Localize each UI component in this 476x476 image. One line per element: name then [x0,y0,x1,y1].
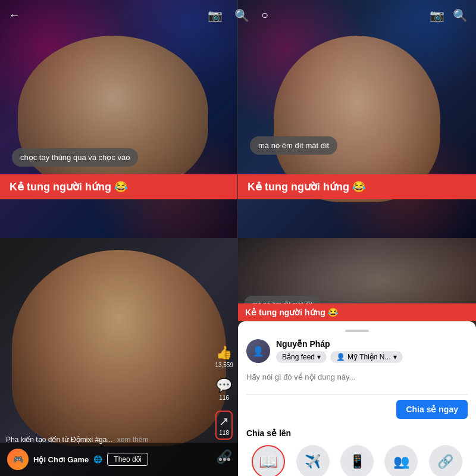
caption-left: chọc tay thùng qua và chọc vào [12,148,138,167]
bottom-section: 👍 13,559 💬 116 ↗ 118 🔗 🎮 Hội Chơi Game 🌐… [0,238,476,476]
feed-dropdown[interactable]: Bảng feed ▾ [276,351,327,363]
share-option-news-feed[interactable]: 📖 Tin của bạn [246,445,290,476]
share-option-group[interactable]: 👥 Nhóm [379,445,423,476]
top-section: chọc tay thùng qua và chọc vào Kẻ tung n… [0,0,476,238]
bottom-right-panel: mà nó êm đít mát đít Kẻ tung người hứng … [238,238,476,476]
share-icon: ↗ [219,414,229,428]
more-options-icon[interactable]: ••• [218,453,231,466]
header-right-icons: 📷 🔍 [430,8,468,23]
user-controls: Bảng feed ▾ 👤 Mỹ Thiện N... ▾ [276,351,403,363]
search-icon-right[interactable]: 🔍 [453,8,468,23]
video-panel-right[interactable]: mà nó êm đít mát đít Kẻ tung người hứng … [238,0,476,238]
back-button[interactable]: ← [8,8,20,22]
channel-name[interactable]: Hội Chơi Game [33,455,89,464]
banner-right: Kẻ tung người hứng 😂 [238,174,476,199]
camera-icon-right[interactable]: 📷 [430,8,444,23]
globe-icon: 🌐 [93,455,102,464]
message-icon[interactable]: ○ [261,8,268,23]
share-option-sms[interactable]: 📱 Tin nhắnvăn bản [335,445,379,476]
camera-icon[interactable]: 📷 [208,8,223,23]
channel-bar: 🎮 Hội Chơi Game 🌐 Theo dõi ••• [0,443,238,476]
sms-icon: 📱 [340,445,374,476]
see-more-link[interactable]: xem thêm [117,436,149,444]
share-option-copy-link[interactable]: 🔗 Sao chépliên kế [424,445,468,476]
banner-left: Kẻ tung người hứng 😂 [0,174,237,199]
messenger-icon: ✈️ [296,445,330,476]
share-panel: 👤 Nguyễn Pháp Bảng feed ▾ 👤 Mỹ Thiện N..… [238,321,476,476]
header-center-icons: 📷 🔍 ○ [208,8,268,23]
comment-count: 116 [219,394,229,401]
share-reaction[interactable]: ↗ 118 [215,411,233,440]
person-silhouette-left [18,36,208,190]
share-text-input[interactable] [246,369,468,385]
like-count: 13,559 [215,362,233,368]
divider-1 [246,394,468,395]
channel-avatar: 🎮 [7,449,29,470]
caption-right: mà nó êm đít mát đít [250,136,337,155]
news-feed-icon: 📖 [252,445,285,476]
comment-icon: 💬 [216,378,232,393]
search-icon[interactable]: 🔍 [234,8,249,23]
share-now-button[interactable]: Chia sẻ ngay [396,400,468,419]
follow-button[interactable]: Theo dõi [107,453,148,466]
video-panel-left[interactable]: chọc tay thùng qua và chọc vào Kẻ tung n… [0,0,238,238]
group-icon: 👥 [384,445,418,476]
comment-reaction[interactable]: 💬 116 [216,378,232,401]
video-caption: Pha kiến tạo đến từ Độmixi #ga... xem th… [6,436,202,444]
bottom-left-panel[interactable]: 👍 13,559 💬 116 ↗ 118 🔗 🎮 Hội Chơi Game 🌐… [0,238,238,476]
thumb-banner: Kẻ tung người hứng 😂 [238,303,476,321]
person-bottom [12,250,226,446]
user-name: Nguyễn Pháp [276,339,403,349]
user-info: Nguyễn Pháp Bảng feed ▾ 👤 Mỹ Thiện N... … [276,339,403,363]
share-option-messenger[interactable]: ✈️ Tin nhắn [290,445,334,476]
chevron-down-icon: ▾ [317,353,321,361]
like-reaction[interactable]: 👍 13,559 [215,345,233,368]
thumbs-up-icon: 👍 [216,345,232,361]
share-to-label: Chia sẻ lên [246,426,468,438]
share-count: 118 [219,430,229,436]
person-icon: 👤 [336,353,345,361]
chevron-down-icon-2: ▾ [393,353,397,361]
friends-dropdown[interactable]: 👤 Mỹ Thiện N... ▾ [330,351,402,363]
user-avatar: 👤 [246,339,270,363]
panel-handle [345,330,369,332]
copy-link-icon: 🔗 [429,445,462,476]
share-user-row: 👤 Nguyễn Pháp Bảng feed ▾ 👤 Mỹ Thiện N..… [246,339,468,363]
share-options-row: 📖 Tin của bạn ✈️ Tin nhắn 📱 Tin nhắnvăn … [246,445,468,476]
